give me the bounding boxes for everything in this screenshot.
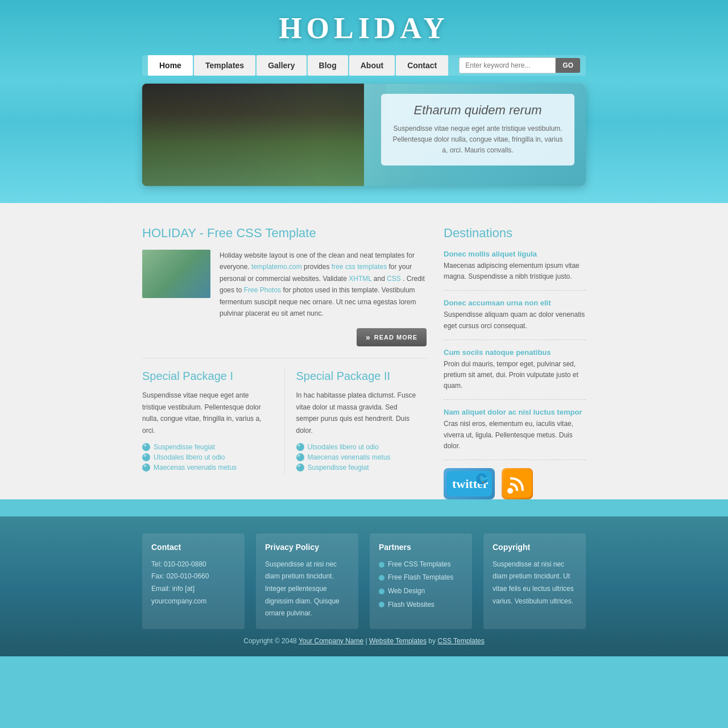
partner-link-1[interactable]: Free Flash Templates	[388, 572, 453, 584]
footer-partners-list: Free CSS Templates Free Flash Templates …	[379, 559, 463, 611]
footer-partners-title: Partners	[379, 543, 463, 552]
footer-copyright-text: Suspendisse at nisi nec diam pretium tin…	[493, 559, 577, 607]
list-item: Utsodales libero ut odio	[296, 443, 421, 451]
hero-body: Suspendisse vitae neque eget ante tristi…	[391, 123, 564, 156]
footer-partners: Partners Free CSS Templates Free Flash T…	[370, 533, 472, 629]
sidebar-item-1-text: Suspendisse aliquam quam ac dolor venena…	[444, 309, 586, 331]
sidebar-item-3-title[interactable]: Nam aliquet dolor ac nisl luctus tempor	[444, 408, 586, 416]
nav-blog[interactable]: Blog	[308, 55, 348, 76]
pkg-icon	[296, 443, 304, 451]
templatemo-link[interactable]: templatemo.com	[251, 263, 302, 271]
sidebar-item-0-title[interactable]: Donec mollis aliquet ligula	[444, 250, 586, 258]
footer: Contact Tel: 010-020-0880 Fax: 020-010-0…	[0, 516, 728, 656]
free-photos-link[interactable]: Free Photos	[244, 286, 281, 294]
list-item: Maecenas venenatis metus	[142, 464, 267, 471]
pkg-icon	[296, 464, 304, 471]
footer-contact: Contact Tel: 010-020-0880 Fax: 020-010-0…	[142, 533, 245, 629]
nav-gallery[interactable]: Gallery	[257, 55, 306, 76]
pkg-icon	[296, 453, 304, 461]
site-title: HOLIDAY	[0, 11, 728, 45]
sidebar-item-2-title[interactable]: Cum sociis natoque penatibus	[444, 348, 586, 357]
sidebar: Destinations Donec mollis aliquet ligula…	[444, 226, 586, 499]
nav-home[interactable]: Home	[148, 55, 193, 76]
footer-privacy-title: Privacy Policy	[265, 543, 349, 552]
list-item: Flash Websites	[379, 599, 463, 611]
list-item: Free Flash Templates	[379, 572, 463, 584]
footer-contact-title: Contact	[151, 543, 235, 552]
partner-link-3[interactable]: Flash Websites	[388, 599, 435, 611]
footer-company-link[interactable]: Your Company Name	[299, 637, 363, 645]
article-body-container: Holiday website layout is one of the cle…	[142, 250, 427, 319]
pkg-link-1-2[interactable]: Maecenas venenatis metus	[154, 464, 237, 471]
footer-privacy: Privacy Policy Suspendisse at nisi nec d…	[256, 533, 358, 629]
main-content: HOLIDAY - Free CSS Template Holiday webs…	[0, 203, 728, 499]
hero-text-box: Etharum quidem rerum Suspendisse vitae n…	[381, 94, 574, 166]
nav-links: Home Templates Gallery Blog About Contac…	[148, 55, 459, 76]
footer-bullet	[379, 602, 384, 607]
sidebar-item-0-text: Maecenas adipiscing elementum ipsum vita…	[444, 260, 586, 282]
article-text: Holiday website layout is one of the cle…	[220, 250, 427, 319]
sidebar-item-1-title[interactable]: Donec accumsan urna non elit	[444, 299, 586, 307]
nav-templates[interactable]: Templates	[194, 55, 255, 76]
list-item: Maecenas venenatis metus	[296, 453, 421, 461]
pkg-link-1-1[interactable]: Utsodales libero ut odio	[154, 453, 225, 461]
article-image	[142, 250, 210, 298]
pkg-link-2-2[interactable]: Suspendisse feugiat	[308, 464, 369, 471]
footer-website-templates-link[interactable]: Website Templates	[369, 637, 427, 645]
content-left: HOLIDAY - Free CSS Template Holiday webs…	[142, 226, 427, 499]
footer-copyright-col: Copyright Suspendisse at nisi nec diam p…	[483, 533, 586, 629]
read-more-wrapper: » READ MORE	[142, 328, 427, 346]
article-title: HOLIDAY - Free CSS Template	[142, 226, 427, 241]
sidebar-title: Destinations	[444, 226, 586, 241]
packages-container: Special Package I Suspendisse vitae nequ…	[142, 370, 427, 474]
package-2-links: Utsodales libero ut odio Maecenas venena…	[296, 443, 421, 471]
sidebar-item-2-text: Proin dui mauris, tempor eget, pulvinar …	[444, 359, 586, 392]
rss-icon[interactable]	[502, 468, 533, 499]
svg-point-5	[507, 488, 513, 494]
footer-contact-fax: Fax: 020-010-0660	[151, 570, 235, 583]
nav-contact[interactable]: Contact	[396, 55, 448, 76]
search-form: GO	[459, 57, 580, 73]
footer-bullet	[379, 562, 384, 568]
footer-copyright-title: Copyright	[493, 543, 577, 552]
nav-about[interactable]: About	[349, 55, 395, 76]
footer-wrapper: Contact Tel: 010-020-0880 Fax: 020-010-0…	[142, 533, 586, 629]
list-item: Utsodales libero ut odio	[142, 453, 267, 461]
footer-bottom-prefix: Copyright © 2048	[243, 637, 297, 645]
pkg-link-2-0[interactable]: Utsodales libero ut odio	[308, 443, 379, 451]
sidebar-item-2: Cum sociis natoque penatibus Proin dui m…	[444, 348, 586, 400]
search-input[interactable]	[459, 57, 556, 73]
footer-contact-email: Email: info [at] yourcompany.com	[151, 583, 235, 607]
sidebar-item-0: Donec mollis aliquet ligula Maecenas adi…	[444, 250, 586, 291]
read-more-label: READ MORE	[374, 334, 417, 341]
pkg-icon	[142, 443, 150, 451]
pkg-icon	[142, 453, 150, 461]
read-more-button[interactable]: » READ MORE	[357, 328, 427, 346]
footer-bottom-by: by	[428, 637, 437, 645]
xhtml-link[interactable]: XHTML	[349, 275, 371, 283]
sidebar-item-3: Nam aliquet dolor ac nisl luctus tempor …	[444, 408, 586, 460]
footer-contact-tel: Tel: 010-020-0880	[151, 559, 235, 571]
package-2: Special Package II In hac habitasse plat…	[284, 370, 427, 474]
footer-css-templates-link[interactable]: CSS Templates	[437, 637, 484, 645]
footer-bullet	[379, 589, 384, 594]
search-button[interactable]: GO	[556, 58, 580, 73]
twitter-icon[interactable]: twitter 🐦	[444, 468, 495, 499]
svg-rect-4	[503, 469, 532, 498]
package-1-links: Suspendisse feugiat Utsodales libero ut …	[142, 443, 267, 471]
package-2-title: Special Package II	[296, 370, 421, 383]
pkg-link-1-0[interactable]: Suspendisse feugiat	[154, 443, 215, 451]
navbar: Home Templates Gallery Blog About Contac…	[142, 55, 586, 76]
footer-bullet	[379, 575, 384, 581]
hero-city-overlay	[142, 84, 386, 186]
partner-link-0[interactable]: Free CSS Templates	[388, 559, 451, 571]
pkg-link-2-1[interactable]: Maecenas venenatis metus	[308, 453, 391, 461]
package-1: Special Package I Suspendisse vitae nequ…	[142, 370, 273, 474]
hero-heading: Etharum quidem rerum	[391, 103, 564, 118]
list-item: Free CSS Templates	[379, 559, 463, 571]
sidebar-item-1: Donec accumsan urna non elit Suspendisse…	[444, 299, 586, 340]
free-css-templates-link[interactable]: free css templates	[332, 263, 387, 271]
partner-link-2[interactable]: Web Design	[388, 585, 425, 598]
svg-text:🐦: 🐦	[479, 474, 489, 484]
css-link[interactable]: CSS	[387, 275, 401, 283]
